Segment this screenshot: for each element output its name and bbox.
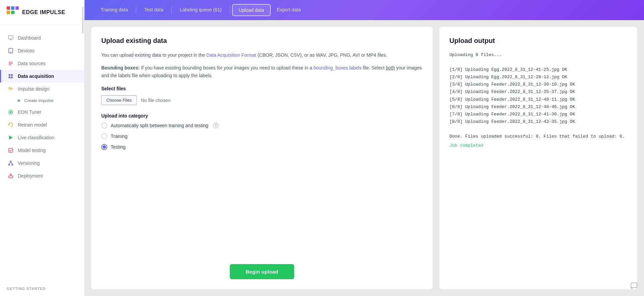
select-files-label: Select files (101, 86, 423, 91)
file-input-row: Choose Files No file chosen (101, 95, 423, 105)
content-area: Upload existing data You can upload exis… (85, 20, 644, 296)
no-file-chosen-text: No file chosen (141, 98, 171, 103)
svg-point-23 (12, 164, 13, 165)
svg-rect-13 (9, 74, 10, 76)
version-icon (8, 160, 14, 166)
upload-form-title: Upload existing data (101, 37, 423, 45)
tab-export-data[interactable]: Export data (271, 0, 307, 20)
nav-divider-3 (230, 6, 230, 14)
radio-inner-testing (103, 145, 106, 149)
svg-rect-14 (11, 74, 13, 76)
radio-training-label: Training (111, 134, 127, 139)
eon-icon (8, 109, 14, 115)
retrain-icon (8, 122, 14, 128)
device-icon (8, 48, 14, 54)
begin-upload-button[interactable]: Begin upload (230, 264, 294, 279)
svg-point-18 (10, 111, 12, 113)
sidebar-item-devices-label: Devices (18, 48, 35, 53)
sidebar-item-data-acquisition[interactable]: Data acquisition (0, 70, 84, 83)
upload-output-title: Upload output (449, 37, 627, 45)
sidebar-item-impulse-design[interactable]: Impulse design (0, 83, 84, 95)
sidebar-item-versioning-label: Versioning (18, 160, 40, 166)
getting-started-label: GETTING STARTED (0, 281, 84, 296)
svg-rect-15 (9, 77, 10, 78)
sidebar-item-impulse-design-label: Impulse design (18, 86, 49, 92)
svg-line-24 (9, 162, 11, 164)
svg-point-22 (8, 164, 10, 165)
sidebar-item-retrain-model[interactable]: Retrain model (0, 118, 84, 131)
nav-divider-1 (136, 6, 136, 14)
svg-rect-27 (631, 283, 637, 288)
svg-rect-3 (11, 11, 14, 14)
tab-upload-data[interactable]: Upload data (232, 4, 271, 16)
sidebar-item-eon-tuner[interactable]: EON Tuner (0, 106, 84, 118)
sidebar-item-data-acquisition-label: Data acquisition (18, 73, 54, 79)
sub-dot-icon (17, 99, 20, 102)
sidebar-item-eon-tuner-label: EON Tuner (18, 109, 41, 115)
radio-auto-split-label: Automatically split between training and… (111, 123, 208, 128)
model-test-icon (8, 147, 14, 153)
sidebar-item-data-sources[interactable]: Data sources (0, 57, 84, 70)
scrollbar[interactable] (82, 7, 84, 34)
radio-outer-training (101, 133, 107, 139)
sidebar-item-dashboard[interactable]: Dashboard (0, 32, 84, 44)
upload-desc-1: You can upload existing data to your pro… (101, 51, 423, 59)
tab-test-data[interactable]: Test data (138, 0, 169, 20)
radio-testing-label: Testing (111, 144, 125, 150)
data-acquisition-format-link[interactable]: Data Acquisition Format (206, 52, 256, 58)
sidebar-nav: Dashboard Devices Data sources Data acqu… (0, 25, 84, 281)
sidebar-item-data-sources-label: Data sources (18, 61, 45, 66)
radio-auto-split[interactable]: Automatically split between training and… (101, 122, 423, 129)
choose-files-button[interactable]: Choose Files (101, 95, 137, 105)
svg-line-25 (11, 162, 12, 164)
svg-rect-2 (7, 11, 10, 14)
radio-training[interactable]: Training (101, 133, 423, 139)
live-icon (8, 135, 14, 141)
nav-divider-2 (171, 6, 172, 14)
feedback-icon[interactable] (629, 281, 639, 291)
edge-impulse-logo-icon (7, 6, 19, 18)
svg-rect-26 (9, 176, 13, 178)
main-content: Training data Test data Labeling queue (… (85, 0, 644, 296)
sidebar: EDGE IMPULSE Dashboard Devices Data sour… (0, 0, 85, 296)
radio-testing[interactable]: Testing (101, 144, 423, 150)
svg-rect-1 (11, 6, 14, 10)
monitor-icon (8, 35, 14, 41)
svg-point-21 (10, 161, 11, 162)
svg-rect-5 (8, 36, 13, 39)
deploy-icon (8, 173, 14, 179)
svg-rect-0 (7, 6, 10, 10)
sidebar-item-live-classification-label: Live classification (18, 135, 54, 140)
bounding-boxes-labels-link[interactable]: bounding_boxes.labels (314, 65, 362, 70)
sidebar-item-live-classification[interactable]: Live classification (0, 131, 84, 144)
begin-upload-btn-wrap: Begin upload (101, 257, 423, 279)
sidebar-item-deployment-label: Deployment (18, 173, 43, 179)
radio-outer-testing (101, 144, 107, 150)
upload-category-section: Upload into category Automatically split… (101, 113, 423, 155)
sidebar-item-create-impulse-label: Create impulse (24, 98, 53, 103)
radio-outer-auto-split (101, 122, 107, 129)
sidebar-item-create-impulse[interactable]: Create impulse (0, 95, 84, 106)
job-completed-text: Job completed (449, 143, 627, 148)
top-nav: Training data Test data Labeling queue (… (85, 0, 644, 20)
sidebar-item-versioning[interactable]: Versioning (0, 157, 84, 169)
sidebar-item-devices[interactable]: Devices (0, 44, 84, 57)
sidebar-item-model-testing-label: Model testing (18, 148, 46, 153)
logo-text: EDGE IMPULSE (22, 9, 65, 15)
impulse-icon (8, 86, 14, 92)
upload-form-card: Upload existing data You can upload exis… (91, 27, 433, 289)
svg-rect-16 (11, 77, 13, 78)
bounding-boxes-desc: Bounding boxes: If you have existing bou… (101, 64, 423, 79)
help-icon-auto-split[interactable]: ? (213, 123, 218, 128)
logo-area: EDGE IMPULSE (0, 0, 84, 25)
sidebar-item-model-testing[interactable]: Model testing (0, 144, 84, 157)
tab-labeling-queue[interactable]: Labeling queue (61) (174, 0, 228, 20)
tab-training-data[interactable]: Training data (95, 0, 134, 20)
upload-output-card: Upload output Uploading 8 files... [1/8]… (439, 27, 637, 289)
sidebar-item-deployment[interactable]: Deployment (0, 169, 84, 182)
sidebar-item-retrain-model-label: Retrain model (18, 122, 47, 128)
data-acq-icon (8, 73, 14, 79)
svg-rect-4 (15, 6, 19, 10)
svg-marker-19 (9, 136, 13, 140)
data-sources-icon (8, 60, 14, 66)
